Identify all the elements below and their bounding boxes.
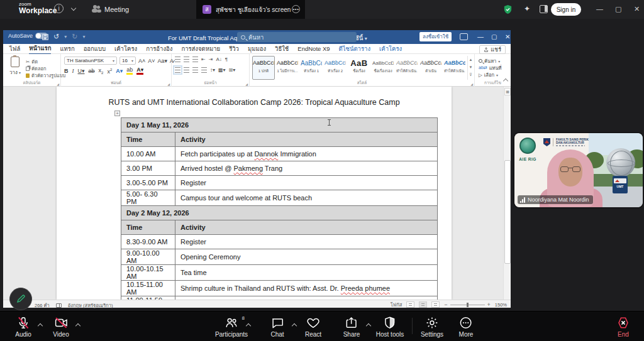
table-row[interactable]: 10.00 AMFetch participates up at Dannok … <box>121 147 438 161</box>
toolbar-chat-button[interactable]: Chat <box>267 315 288 338</box>
toolbar-video-button[interactable]: Video <box>49 315 72 338</box>
strikethrough-button[interactable]: ab <box>89 68 95 74</box>
meeting-tab-label[interactable]: Meeting <box>104 6 129 13</box>
change-case-icon[interactable]: Aa▾ <box>158 58 168 64</box>
toolbar-audio-button[interactable]: Audio <box>11 315 35 338</box>
proofing-icon[interactable] <box>56 303 62 308</box>
table-row[interactable]: 9.00-10.00 AMOpening Ceremony <box>121 249 438 265</box>
ribbon-share-button[interactable]: แชร์ <box>479 45 506 54</box>
tab-more-options-icon[interactable]: ••• <box>292 5 300 13</box>
window-minimize-button[interactable]: — <box>592 4 607 13</box>
table-row[interactable]: 5.00- 6.30 PMCampus tour and welcome at … <box>121 190 438 206</box>
toolbar-audio-chevron[interactable] <box>35 320 46 330</box>
toolbar-share-button[interactable]: Share <box>340 315 364 338</box>
word-close-button[interactable]: ✕ <box>501 33 514 41</box>
zoom-percentage[interactable]: 150% <box>495 302 507 308</box>
read-mode-icon[interactable] <box>406 301 414 308</box>
info-icon[interactable]: i <box>54 4 64 13</box>
ribbon-tab[interactable]: EndNote X9 <box>297 45 330 52</box>
style-card[interactable]: AaBbCcDตัวเน้น <box>419 56 442 80</box>
word-sign-in-button[interactable]: ลงชื่อเข้าใช้ <box>419 32 452 41</box>
ribbon-tab[interactable]: มุมมอง <box>248 44 266 53</box>
styles-dialog-launcher-icon[interactable]: ◢ <box>470 82 473 86</box>
table-row[interactable]: Day 2 May 12, 2026 <box>121 206 438 220</box>
table-row[interactable]: 10.15-11.00 AMShrimp culture in Thailand… <box>121 281 438 296</box>
ribbon-tab[interactable]: เค้าโครง <box>379 44 402 53</box>
font-name-combobox[interactable]: TH SarabunPSK▾ <box>64 57 117 65</box>
paragraph-dialog-launcher-icon[interactable]: ◢ <box>245 82 248 86</box>
shrink-font-icon[interactable]: A˅ <box>148 58 155 64</box>
chevron-down-icon[interactable] <box>71 6 76 11</box>
font-dialog-launcher-icon[interactable]: ◢ <box>167 82 170 86</box>
word-restore-button[interactable]: ▢ <box>487 33 501 41</box>
ribbon-tab[interactable]: หน้าแรก <box>29 43 51 55</box>
ai-companion-icon[interactable]: ✦ <box>524 4 530 13</box>
ribbon-tab[interactable]: การอ้างอิง <box>146 44 172 53</box>
numbered-list-icon[interactable] <box>184 57 189 62</box>
window-maximize-button[interactable]: ▢ <box>611 4 625 14</box>
clipboard-dialog-launcher-icon[interactable]: ◢ <box>57 82 59 86</box>
qat-customize-caret-icon[interactable]: ▾ <box>82 34 85 40</box>
format-painter-button[interactable]: ตัวคัดวางรูปแบบ <box>26 72 65 79</box>
word-count[interactable]: 266 คำ <box>35 301 50 309</box>
zoom-slider-thumb[interactable] <box>467 303 469 307</box>
table-row[interactable]: TimeActivity <box>121 220 438 235</box>
ribbon-tab[interactable]: การส่งจดหมาย <box>181 44 220 53</box>
focus-mode-button[interactable]: โฟกัส <box>391 301 402 308</box>
grow-font-icon[interactable]: A˄ <box>138 58 145 64</box>
ribbon-tab[interactable]: รีวิว <box>229 44 239 53</box>
underline-button[interactable]: U▾ <box>78 68 85 74</box>
style-card[interactable]: AaBbCcหัวเรื่อง 1 <box>300 56 323 80</box>
decrease-indent-icon[interactable]: ⇤ <box>201 57 206 62</box>
print-layout-icon[interactable] <box>419 301 427 308</box>
undo-caret-icon[interactable]: ▾ <box>64 34 67 40</box>
align-left-button[interactable] <box>175 67 180 73</box>
italic-button[interactable]: I <box>72 68 74 74</box>
zoom-out-icon[interactable]: − <box>444 301 447 308</box>
web-layout-icon[interactable] <box>431 301 440 308</box>
sort-icon[interactable]: A↓ <box>216 57 221 62</box>
style-card[interactable]: AaBbCcD1 ไม่มีการเ... <box>276 56 299 80</box>
table-row[interactable]: TimeActivity <box>121 133 438 147</box>
styles-scroll-buttons[interactable]: ▲▼⊽ <box>467 56 474 80</box>
scrollbar-thumb[interactable] <box>504 160 511 264</box>
paste-button[interactable]: วาง ▾ <box>7 57 23 77</box>
undo-icon[interactable]: ↺ <box>53 33 59 41</box>
toolbar-host-tools-button[interactable]: Host tools <box>372 315 408 338</box>
zoom-slider[interactable]: − + <box>444 301 491 308</box>
scrollbar-top-button[interactable]: ▦ <box>504 88 511 95</box>
superscript-button[interactable]: x2 <box>107 68 112 75</box>
multilevel-list-icon[interactable] <box>192 57 198 62</box>
ribbon-display-options-icon[interactable] <box>460 33 468 40</box>
table-row[interactable]: 10.00-10.15 AMTea time <box>121 265 438 281</box>
style-card[interactable]: AaBbCcDdชื่อเรื่องรอง <box>372 56 394 80</box>
font-size-combobox[interactable]: 16▾ <box>119 57 136 65</box>
ribbon-tab[interactable]: แทรก <box>60 44 74 53</box>
text-effects-icon[interactable]: A▾ <box>116 68 123 74</box>
style-card[interactable]: AaBbCcD1 ปกติ <box>252 56 275 80</box>
annotate-button[interactable] <box>9 288 32 310</box>
zoom-in-icon[interactable]: + <box>487 301 491 308</box>
toolbar-video-chevron[interactable] <box>72 320 84 330</box>
style-card[interactable]: AaBbCcDทำให้ตัวเน้น... <box>396 56 418 80</box>
shading-icon[interactable]: ▩▾ <box>218 67 226 73</box>
ribbon-tab[interactable]: ออกแบบ <box>84 44 106 53</box>
select-button[interactable]: ▷เลือก▾ <box>479 71 498 78</box>
style-card[interactable]: AaBbCcDทำให้ตัวเน้น... <box>443 56 466 80</box>
toolbar-end-button[interactable]: End <box>613 315 634 338</box>
sign-in-button[interactable]: Sign in <box>551 3 581 16</box>
style-card[interactable]: AaBชื่อเรื่อง <box>348 56 370 80</box>
window-close-button[interactable]: ✕ <box>630 4 643 14</box>
side-panel-icon[interactable] <box>540 5 548 13</box>
toolbar-settings-button[interactable]: Settings <box>417 315 447 338</box>
table-row[interactable]: 3.00-5.00 PMRegister <box>121 176 438 190</box>
collapse-ribbon-icon[interactable] <box>504 78 508 84</box>
table-row[interactable]: 3.00 PMArrived hostel @ Pakmeng Trang <box>121 161 438 176</box>
ribbon-tab[interactable]: ไฟล์ <box>9 44 20 53</box>
word-minimize-button[interactable]: — <box>474 33 487 41</box>
style-card[interactable]: AaBbCcDหัวเรื่อง 2 <box>324 56 347 80</box>
participant-video-tile[interactable]: AIE RIG FAKULTI SAINS PERIKANAN DAN AKUA… <box>514 133 643 207</box>
screen-share-tab[interactable]: ส สุพัชชา ชูเลียงแจ้ว's screen ••• <box>196 0 305 19</box>
vertical-scrollbar[interactable]: ▦ <box>503 87 511 300</box>
ribbon-tab[interactable]: เค้าโครง <box>114 44 137 53</box>
